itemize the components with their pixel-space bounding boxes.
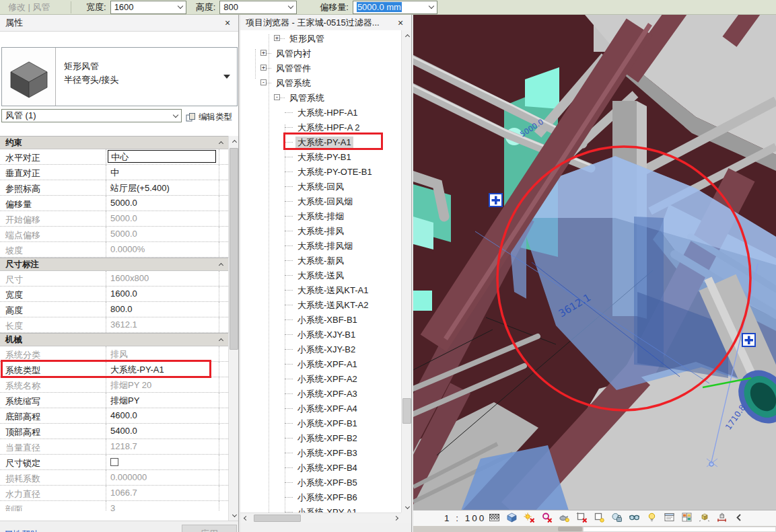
visual-style-icon[interactable]	[506, 512, 518, 523]
type-selector[interactable]: 矩形风管 半径弯头/接头	[1, 47, 238, 106]
tree-item-label[interactable]: 矩形风管	[287, 33, 326, 44]
tree-item[interactable]: -风管系统	[240, 89, 401, 104]
height-combo[interactable]: 800	[219, 1, 297, 14]
tree-item[interactable]: 大系统-PY-A1	[240, 134, 401, 149]
collapse-icon[interactable]	[734, 512, 745, 523]
tree-item-label[interactable]: 小系统-XJY-B2	[295, 344, 357, 355]
expand-icon[interactable]: +	[260, 65, 267, 71]
tree-item[interactable]: 大系统-新风	[240, 252, 401, 267]
tree-item-label[interactable]: 大系统-送风	[295, 270, 346, 281]
tree-item[interactable]: 大系统-排风	[240, 223, 401, 237]
width-combo[interactable]: 1600	[110, 1, 186, 14]
tree-item[interactable]: +风管内衬	[240, 45, 401, 60]
section-header[interactable]: 机械	[0, 333, 228, 346]
property-value[interactable]: 5000.0	[106, 227, 219, 241]
tree-item-label[interactable]: 大系统-回风烟	[295, 196, 355, 207]
scroll-left-icon[interactable]	[240, 513, 251, 523]
tree-item[interactable]: 小系统-XPF-A2	[240, 371, 401, 385]
sun-path-off-icon[interactable]	[524, 512, 535, 523]
scroll-down-icon[interactable]	[402, 502, 412, 512]
tree-item[interactable]: 大系统-排烟	[240, 208, 401, 223]
tree-item[interactable]: 小系统-XPF-B2	[240, 430, 401, 445]
chevron-down-icon[interactable]	[170, 115, 181, 117]
tree-item-label[interactable]: 大系统-送风KT-A2	[295, 299, 370, 311]
reveal-hidden-icon[interactable]	[646, 512, 658, 523]
tree-item[interactable]: 小系统-XPF-B1	[240, 415, 401, 430]
close-icon[interactable]: ×	[222, 17, 233, 28]
tree-item-label[interactable]: 风管系统	[274, 77, 313, 89]
property-value[interactable]: 5000.0	[106, 211, 219, 226]
scroll-down-icon[interactable]	[229, 510, 239, 521]
chevron-down-icon[interactable]	[175, 6, 186, 8]
tree-item-label[interactable]: 大系统-排风	[295, 225, 346, 237]
drag-handle-icon[interactable]	[489, 194, 502, 206]
property-value[interactable]: 5400.0	[106, 424, 219, 439]
tree-item-label[interactable]: 小系统-XPF-B3	[295, 447, 359, 459]
locked-view-icon[interactable]	[611, 512, 623, 523]
section-header[interactable]: 约束	[0, 136, 228, 149]
apply-button[interactable]: 应用	[182, 525, 237, 532]
chevron-down-icon[interactable]	[426, 6, 437, 8]
property-value[interactable]: 1600.0	[106, 287, 219, 301]
property-value[interactable]: 中心	[106, 149, 219, 164]
tree-item-label[interactable]: 大系统-新风	[295, 255, 346, 266]
tree-item[interactable]: 小系统-XJY-B1	[240, 326, 401, 341]
tree-item[interactable]: 小系统-XPF-B6	[240, 489, 401, 504]
tree-item[interactable]: -风管系统	[240, 75, 401, 89]
temporary-view-properties-icon[interactable]	[664, 512, 675, 523]
shadows-off-icon[interactable]	[541, 512, 553, 523]
tree-item-label[interactable]: 小系统-XPF-A3	[295, 388, 359, 400]
tree-item[interactable]: 大系统-排风烟	[240, 237, 401, 252]
tree-item[interactable]: 大系统-送风KT-A2	[240, 297, 401, 311]
tree-item-label[interactable]: 小系统-XJY-B1	[295, 329, 357, 340]
property-value[interactable]: 3612.1	[106, 317, 219, 332]
tree-item[interactable]: 大系统-PY-OTE-B1	[240, 163, 401, 178]
displacement-sets-icon[interactable]	[699, 512, 710, 523]
checkbox[interactable]	[110, 458, 118, 466]
property-value[interactable]: 站厅层(+5.400)	[106, 180, 219, 195]
property-value[interactable]: 排烟PY 20	[106, 377, 219, 392]
type-selector-arrow[interactable]	[223, 48, 237, 106]
scroll-up-icon[interactable]	[402, 30, 412, 40]
viewport-hscrollbar[interactable]	[413, 526, 776, 532]
browser-vscrollbar[interactable]	[401, 30, 412, 512]
tree-item-label[interactable]: 小系统-XPF-A2	[295, 373, 359, 385]
properties-help-link[interactable]: 属性帮助	[4, 529, 39, 532]
width-value[interactable]: 1600	[114, 2, 175, 12]
crop-visible-icon[interactable]	[594, 512, 605, 523]
tree-item[interactable]: 小系统-XPF-B4	[240, 459, 401, 474]
tree-item-label[interactable]: 大系统-送风KT-A1	[295, 284, 370, 296]
scrollbar-thumb[interactable]	[558, 527, 582, 531]
collapse-icon[interactable]: -	[274, 94, 280, 100]
tree-item[interactable]: 大系统-回风烟	[240, 193, 401, 208]
property-value[interactable]: 800.0	[106, 302, 219, 317]
tree-item[interactable]: 小系统-XPF-B5	[240, 474, 401, 489]
scale-grid-icon[interactable]	[489, 512, 500, 523]
view-scale[interactable]: 1 : 100	[444, 513, 489, 523]
tree-item-label[interactable]: 小系统-XPF-B6	[295, 492, 359, 503]
tree-item[interactable]: 大系统-送风	[240, 267, 401, 282]
expand-icon[interactable]: +	[260, 50, 267, 56]
tree-item[interactable]: 小系统-XPF-A4	[240, 400, 401, 415]
tree-item[interactable]: 小系统-XBF-B1	[240, 311, 401, 326]
tree-item-label[interactable]: 小系统-XPF-A4	[295, 403, 359, 414]
collapse-icon[interactable]: -	[260, 79, 267, 85]
collapse-section-icon[interactable]	[219, 141, 223, 146]
property-value[interactable]: 1218.7	[106, 439, 219, 454]
tree-item[interactable]: +风管管件	[240, 60, 401, 75]
tree-item[interactable]: 大系统-PY-B1	[240, 149, 401, 163]
instance-value[interactable]: 风管 (1)	[5, 110, 170, 122]
tree-item-label[interactable]: 小系统-XPF-B2	[295, 432, 359, 444]
tree-item[interactable]: 小系统-XPY-A1	[240, 504, 401, 512]
tree-item-label[interactable]: 小系统-XPF-B1	[295, 418, 359, 429]
tree-item-label[interactable]: 大系统-PY-B1	[295, 151, 353, 163]
render-icon[interactable]	[559, 512, 570, 523]
tree-item[interactable]: 大系统-HPF-A 2	[240, 119, 401, 134]
tree-item-label[interactable]: 小系统-XPF-B5	[295, 477, 359, 488]
3d-viewport[interactable]: 5000.0 3612.1 1710.8 1 : 100	[413, 15, 776, 532]
drag-handle-icon[interactable]	[742, 334, 755, 346]
property-value[interactable]: 排风	[106, 346, 219, 361]
tree-item[interactable]: 大系统-回风	[240, 178, 401, 193]
editing-value[interactable]: 中心	[108, 150, 216, 163]
tree-item-label[interactable]: 风管管件	[274, 63, 313, 74]
